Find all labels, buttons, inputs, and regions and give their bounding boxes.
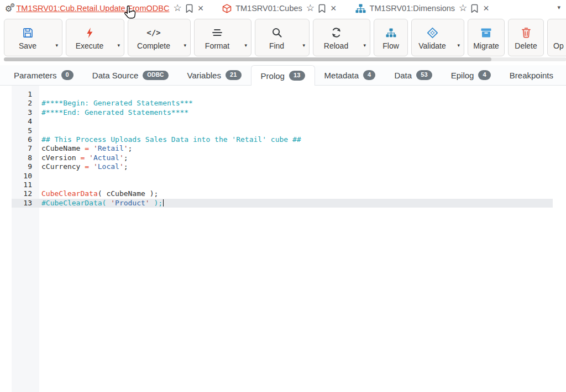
complete-icon: </> — [146, 26, 160, 39]
code-line-9[interactable]: 9cCurrency = 'Local'; — [0, 162, 566, 171]
line-number: 1 — [0, 90, 39, 99]
op-button[interactable]: Op — [547, 19, 566, 56]
token-function: CubeClearData — [41, 189, 98, 198]
tabbar-overflow-caret-icon[interactable]: ▾ — [557, 4, 560, 11]
cube-icon — [222, 4, 232, 13]
toolbar-button-label: Op — [553, 41, 564, 50]
window-tab-label[interactable]: TM1SRV01:Cub.Retail.Update.FromODBC — [16, 4, 169, 13]
code-line-5[interactable]: 5 — [0, 126, 566, 135]
window-tab-2[interactable]: TM1SRV01:Dimensions☆× — [355, 3, 489, 13]
close-icon[interactable]: × — [483, 3, 489, 13]
toolbar-scrollbar-thumb[interactable] — [4, 57, 491, 61]
tab-metadata[interactable]: Metadata4 — [315, 65, 385, 85]
bookmark-icon[interactable] — [471, 4, 478, 13]
code-line-11[interactable]: 11 — [0, 181, 566, 189]
star-icon[interactable]: ☆ — [459, 3, 467, 13]
code-line-10[interactable]: 10 — [0, 172, 566, 181]
count-badge: 4 — [478, 70, 490, 80]
code-line-1[interactable]: 1 — [0, 90, 566, 99]
section-tab-label: Prolog — [261, 71, 285, 81]
chevron-down-icon[interactable]: ▾ — [457, 43, 460, 48]
tab-variables[interactable]: Variables21 — [178, 65, 251, 85]
complete-button[interactable]: </>Complete▾ — [128, 19, 191, 56]
line-content — [39, 126, 41, 135]
chevron-down-icon[interactable]: ▾ — [363, 43, 366, 48]
bookmark-icon[interactable] — [318, 4, 326, 13]
toolbar-button-label: Migrate — [473, 41, 499, 50]
bookmark-icon[interactable] — [186, 4, 193, 13]
reload-button[interactable]: Reload▾ — [313, 19, 370, 56]
tab-epilog[interactable]: Epilog4 — [442, 65, 500, 85]
count-badge: 53 — [416, 70, 432, 80]
token-quote: ' — [93, 144, 98, 152]
line-content: CubeClearData( cCubeName ); — [39, 189, 158, 198]
toolbar-button-label: Find — [269, 41, 284, 50]
star-icon[interactable]: ☆ — [173, 3, 181, 13]
token-plain: ( cCubeName ); — [98, 189, 159, 198]
toolbar-button-label: Format — [205, 41, 229, 50]
code-line-13[interactable]: 13#CubeClearData( 'Product' ); — [0, 199, 566, 208]
tab-history[interactable]: History — [563, 65, 566, 85]
chevron-down-icon[interactable]: ▾ — [184, 43, 186, 48]
close-icon[interactable]: × — [331, 3, 337, 13]
line-number: 12 — [0, 189, 39, 198]
count-badge: 0 — [61, 70, 74, 80]
token-plain: ; — [124, 162, 128, 171]
tab-prolog[interactable]: Prolog13 — [251, 65, 315, 86]
flow-button[interactable]: Flow — [374, 19, 408, 56]
code-line-12[interactable]: 12CubeClearData( cCubeName ); — [0, 189, 566, 198]
count-badge: 13 — [289, 71, 305, 81]
line-number: 6 — [0, 135, 39, 144]
format-icon — [211, 26, 223, 39]
star-icon[interactable]: ☆ — [306, 3, 315, 13]
window-tab-label[interactable]: TM1SRV01:Cubes — [235, 4, 302, 13]
window-tab-label[interactable]: TM1SRV01:Dimensions — [370, 4, 455, 13]
tab-parameters[interactable]: Parameters0 — [4, 65, 83, 85]
format-button[interactable]: Format▾ — [194, 19, 251, 56]
code-line-4[interactable]: 4 — [0, 117, 566, 126]
toolbar-button-label: Reload — [324, 41, 348, 50]
code-line-8[interactable]: 8cVersion = 'Actual'; — [0, 153, 566, 162]
toolbar-scrollbar-track[interactable] — [4, 57, 566, 61]
token-quote: ' — [124, 144, 128, 152]
tab-data[interactable]: Data53 — [385, 65, 441, 85]
count-badge: ODBC — [143, 71, 168, 80]
line-number: 9 — [0, 162, 39, 171]
execute-button[interactable]: Execute▾ — [66, 19, 124, 56]
toolbar-button-label: Delete — [515, 41, 537, 50]
tab-data-source[interactable]: Data SourceODBC — [83, 65, 178, 85]
validate-button[interactable]: Validate▾ — [411, 19, 464, 56]
line-number: 11 — [0, 181, 39, 189]
code-editor[interactable]: 12#****Begin: Generated Statements***3#*… — [0, 86, 566, 392]
section-tab-label: Epilog — [451, 71, 474, 80]
token-plain: cCubeName — [41, 144, 85, 152]
code-line-2[interactable]: 2#****Begin: Generated Statements*** — [0, 99, 566, 108]
window-tab-1[interactable]: TM1SRV01:Cubes☆× — [222, 3, 336, 13]
tab-breakpoints[interactable]: Breakpoints — [500, 65, 563, 85]
chevron-down-icon[interactable]: ▾ — [302, 43, 305, 48]
line-number: 10 — [0, 172, 39, 181]
token-comment: ## This Process Uploads Sales Data into … — [41, 135, 301, 144]
find-button[interactable]: Find▾ — [255, 19, 310, 56]
toolbar-button-label: Complete — [137, 41, 170, 50]
code-line-6[interactable]: 6## This Process Uploads Sales Data into… — [0, 135, 566, 144]
chevron-down-icon[interactable]: ▾ — [55, 43, 58, 48]
gears-icon: ⚙⚙ — [5, 4, 12, 13]
line-number: 2 — [0, 99, 39, 108]
code-line-7[interactable]: 7cCubeName = 'Retail'; — [0, 144, 566, 153]
window-tab-0[interactable]: ⚙⚙TM1SRV01:Cub.Retail.Update.FromODBC☆× — [5, 3, 203, 13]
toolbar-button-label: Execute — [76, 41, 104, 50]
code-line-3[interactable]: 3#****End: Generated Statements**** — [0, 108, 566, 117]
line-content — [39, 117, 41, 126]
delete-button[interactable]: Delete — [508, 19, 544, 56]
close-icon[interactable]: × — [198, 3, 204, 13]
chevron-down-icon[interactable]: ▾ — [244, 43, 247, 48]
token-comment: #****End: Generated Statements**** — [41, 108, 188, 116]
save-button[interactable]: Save▾ — [4, 19, 62, 56]
section-tab-label: Parameters — [14, 71, 57, 80]
token-string: Retail — [98, 144, 124, 152]
chevron-down-icon[interactable]: ▾ — [117, 43, 120, 48]
process-section-tabs: Parameters0Data SourceODBCVariables21Pro… — [0, 65, 566, 86]
token-plain — [89, 162, 93, 171]
migrate-button[interactable]: Migrate — [468, 19, 505, 56]
